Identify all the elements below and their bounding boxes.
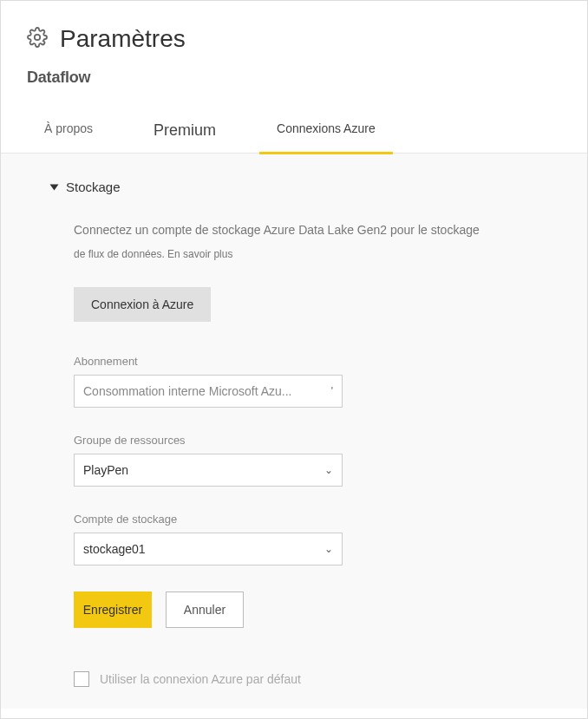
caret-icon: ' — [331, 385, 333, 397]
desc-line-2: de flux de données. En savoir plus — [74, 248, 232, 260]
storage-account-select[interactable]: stockage01 ⌄ — [74, 533, 343, 565]
resource-group-value: PlayPen — [83, 463, 128, 477]
chevron-down-icon: ⌄ — [324, 543, 333, 555]
tab-about[interactable]: À propos — [27, 111, 110, 154]
page-subtitle: Dataflow — [27, 69, 561, 87]
subscription-select[interactable]: Consommation interne Microsoft Azu... ' — [74, 375, 343, 408]
default-connection-checkbox[interactable] — [74, 671, 89, 687]
storage-section-header[interactable]: Stockage — [51, 180, 552, 194]
connect-azure-button[interactable]: Connexion à Azure — [74, 287, 211, 322]
title-row: Paramètres — [27, 25, 561, 53]
storage-description: Connectez un compte de stockage Azure Da… — [74, 219, 552, 265]
storage-account-value: stockage01 — [83, 542, 146, 556]
page-title: Paramètres — [60, 25, 186, 53]
resource-group-select[interactable]: PlayPen ⌄ — [74, 454, 343, 487]
section-title-storage: Stockage — [66, 180, 121, 194]
chevron-down-icon — [50, 184, 59, 190]
subscription-label: Abonnement — [74, 355, 552, 368]
default-connection-label: Utiliser la connexion Azure par défaut — [100, 672, 301, 686]
desc-line-1: Connectez un compte de stockage Azure Da… — [74, 223, 480, 237]
cancel-button[interactable]: Annuler — [166, 592, 244, 628]
chevron-down-icon: ⌄ — [324, 464, 333, 476]
svg-point-0 — [35, 35, 40, 40]
settings-panel: Stockage Connectez un compte de stockage… — [1, 154, 587, 709]
tab-azure-connections[interactable]: Connexions Azure — [259, 111, 393, 154]
storage-account-label: Compte de stockage — [74, 513, 552, 526]
subscription-value: Consommation interne Microsoft Azu... — [83, 384, 291, 398]
save-button[interactable]: Enregistrer — [74, 592, 152, 628]
resource-group-label: Groupe de ressources — [74, 434, 552, 447]
tabs: À propos Premium Connexions Azure — [1, 111, 587, 154]
tab-premium[interactable]: Premium — [119, 111, 251, 154]
gear-icon — [27, 27, 48, 51]
